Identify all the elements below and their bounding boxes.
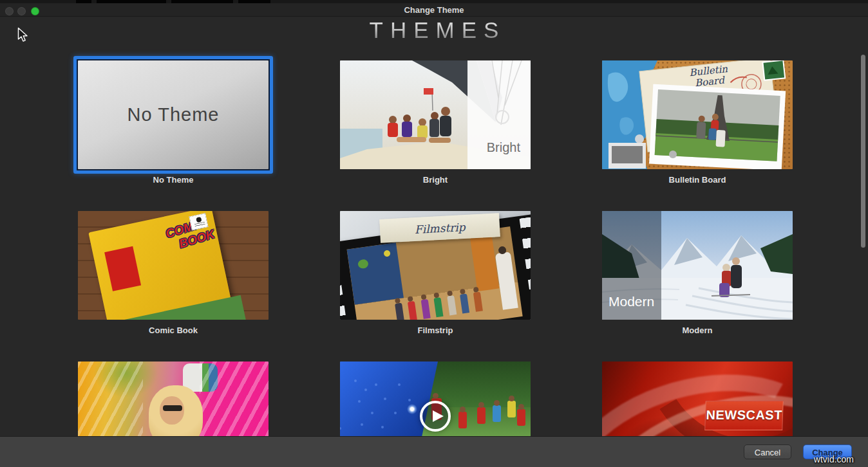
mouse-cursor (17, 27, 29, 43)
theme-label: Bulletin Board (602, 175, 793, 186)
play-icon[interactable] (420, 401, 451, 432)
theme-card-no-theme[interactable]: No Theme No Theme (78, 60, 269, 186)
thumb-title-text: Bright (487, 140, 520, 155)
theme-label: Filmstrip (340, 325, 531, 336)
theme-card-modern[interactable]: Modern Modern (602, 211, 793, 336)
scrollbar-thumb[interactable] (861, 55, 865, 248)
theme-label: Comic Book (78, 325, 269, 336)
comic-photo (113, 295, 256, 320)
theme-label: Bright (340, 175, 531, 186)
theme-thumbnail[interactable]: COMIC BOOK (78, 211, 269, 320)
thumb-title-text: NEWSCAST (704, 401, 784, 430)
theme-label: No Theme (78, 175, 269, 186)
theme-card-filmstrip[interactable]: Filmstrip Filmstrip (340, 211, 531, 336)
theme-thumbnail[interactable]: Bulletin Board (602, 60, 793, 169)
theme-thumbnail[interactable]: No Theme (78, 60, 269, 169)
change-theme-dialog: Change Theme THEMES No Theme No Theme (0, 0, 868, 467)
glow-dot (407, 404, 417, 414)
theme-card-bulletin-board[interactable]: Bulletin Board Bulletin Board (602, 60, 793, 186)
dialog-title: Change Theme (0, 5, 868, 15)
theme-thumbnail[interactable]: Modern (602, 211, 793, 320)
comic-cover: COMIC BOOK (88, 211, 239, 320)
sunglasses-shape (163, 405, 182, 411)
watermark-text: wtvid.com (814, 454, 854, 464)
theme-label: Modern (602, 325, 793, 336)
dialog-footer: Cancel Change (0, 436, 868, 467)
theme-card-bright[interactable]: Bright Bright (340, 60, 531, 186)
themes-heading: THEMES (0, 17, 868, 43)
theme-card-comic-book[interactable]: COMIC BOOK Filmstrip Comic Book (78, 211, 269, 336)
dialog-titlebar: Change Theme (0, 3, 868, 17)
thumb-title-text: Modern (609, 294, 654, 309)
theme-thumbnail[interactable]: Bright (340, 60, 531, 169)
themes-grid: No Theme No Theme (78, 60, 793, 467)
thumb-title-text: No Theme (78, 60, 269, 169)
theme-thumbnail[interactable]: Filmstrip (340, 211, 531, 320)
cancel-button[interactable]: Cancel (744, 444, 791, 459)
